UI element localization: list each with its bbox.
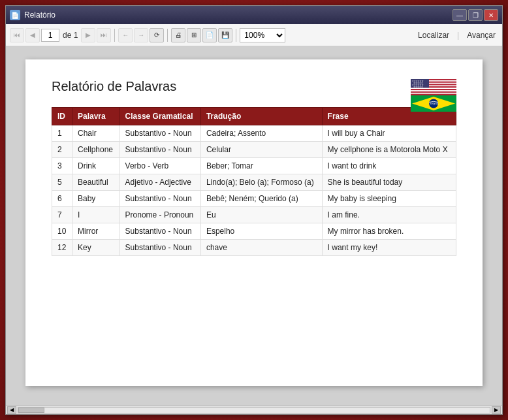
page-total-label: de 1 [63, 31, 78, 40]
cell-frase: I will buy a Chair [322, 125, 456, 142]
cell-classe: Substantivo - Noun [119, 223, 200, 240]
prev-page-button[interactable]: ◀ [25, 28, 40, 42]
toolbar-divider: | [457, 31, 459, 40]
print-button[interactable]: 🖨 [171, 28, 185, 42]
col-palavra: Palavra [72, 108, 120, 125]
cell-traducao: Cadeira; Assento [200, 125, 322, 142]
refresh-button[interactable]: ⟳ [150, 28, 164, 42]
separator-1 [114, 29, 115, 42]
report-table: ID Palavra Classe Gramatical Tradução Fr… [52, 107, 456, 256]
cell-id: 3 [52, 158, 72, 174]
cell-frase: My baby is sleeping [322, 191, 456, 207]
svg-rect-11 [411, 93, 456, 94]
cell-traducao: Celular [200, 142, 322, 158]
last-page-button[interactable]: ⏭ [97, 28, 111, 42]
table-row: 7IPronome - PronounEuI am fine. [52, 207, 456, 223]
minimize-button[interactable]: — [452, 9, 467, 21]
cell-traducao: chave [200, 240, 322, 256]
content-area: Relatório de Palavras [6, 46, 502, 405]
table-row: 10MirrorSubstantivo - NounEspelhoMy mirr… [52, 223, 456, 240]
cell-palavra: Mirror [72, 223, 120, 240]
page-number-input[interactable]: 1 [41, 29, 59, 42]
avancar-link[interactable]: Avançar [464, 31, 498, 40]
cell-classe: Pronome - Pronoun [119, 207, 200, 223]
cell-palavra: Chair [72, 125, 120, 142]
svg-rect-9 [411, 90, 456, 91]
page-view-button[interactable]: 📄 [202, 28, 217, 42]
cell-id: 6 [52, 191, 72, 207]
us-flag-icon: ★★★★★★ ★★★★★ ★★★★★★ ★★★★★ [411, 79, 456, 95]
layout-button[interactable]: ⊞ [187, 28, 201, 42]
scroll-left-button[interactable]: ◀ [7, 406, 16, 414]
cell-frase: I am fine. [322, 207, 456, 223]
br-flag-icon: BRASIL [411, 95, 456, 112]
cell-palavra: Key [72, 240, 120, 256]
title-bar: 📄 Relatório — ❐ ✕ [6, 6, 502, 24]
first-page-button[interactable]: ⏮ [10, 28, 24, 42]
horizontal-scrollbar: ◀ ▶ [6, 405, 502, 414]
cell-traducao: Beber; Tomar [200, 158, 322, 174]
table-row: 6BabySubstantivo - NounBebê; Neném; Quer… [52, 191, 456, 207]
flag-container: ★★★★★★ ★★★★★ ★★★★★★ ★★★★★ BRASIL [411, 79, 456, 112]
separator-3 [236, 29, 236, 42]
back-button[interactable]: ← [118, 28, 133, 42]
localizar-link[interactable]: Localizar [415, 31, 452, 40]
cell-traducao: Lindo(a); Belo (a); Formoso (a) [200, 174, 322, 191]
cell-frase: She is beautiful today [322, 174, 456, 191]
cell-palavra: Drink [72, 158, 120, 174]
table-header-row: ID Palavra Classe Gramatical Tradução Fr… [52, 108, 456, 125]
cell-id: 2 [52, 142, 72, 158]
cell-id: 12 [52, 240, 72, 256]
cell-palavra: Cellphone [72, 142, 120, 158]
restore-button[interactable]: ❐ [468, 9, 483, 21]
export-button[interactable]: 💾 [218, 28, 232, 42]
cell-id: 10 [52, 223, 72, 240]
svg-rect-10 [411, 91, 456, 93]
scroll-thumb[interactable] [18, 408, 44, 413]
cell-frase: My mirror has broken. [322, 223, 456, 240]
title-bar-buttons: — ❐ ✕ [452, 9, 498, 21]
cell-traducao: Espelho [200, 223, 322, 240]
scroll-right-button[interactable]: ▶ [492, 406, 501, 414]
cell-traducao: Eu [200, 207, 322, 223]
table-row: 3DrinkVerbo - VerbBeber; TomarI want to … [52, 158, 456, 174]
report-title: Relatório de Palavras [52, 79, 456, 94]
cell-classe: Substantivo - Noun [119, 191, 200, 207]
cell-classe: Adjetivo - Adjective [119, 174, 200, 191]
cell-palavra: Baby [72, 191, 120, 207]
forward-button[interactable]: → [134, 28, 148, 42]
window-icon: 📄 [10, 10, 20, 20]
cell-id: 7 [52, 207, 72, 223]
cell-palavra: Beautiful [72, 174, 120, 191]
svg-rect-8 [411, 89, 456, 90]
cell-classe: Verbo - Verb [119, 158, 200, 174]
svg-text:BRASIL: BRASIL [430, 102, 439, 105]
title-bar-left: 📄 Relatório [10, 10, 56, 20]
close-button[interactable]: ✕ [484, 9, 498, 21]
col-classe: Classe Gramatical [119, 108, 200, 125]
next-page-button[interactable]: ▶ [81, 28, 95, 42]
scroll-track[interactable] [18, 407, 490, 413]
cell-frase: I want my key! [322, 240, 456, 256]
cell-classe: Substantivo - Noun [119, 125, 200, 142]
table-row: 1ChairSubstantivo - NounCadeira; Assento… [52, 125, 456, 142]
zoom-select[interactable]: 100% 75% 125% 150% [240, 28, 285, 42]
cell-classe: Substantivo - Noun [119, 240, 200, 256]
cell-frase: My cellphone is a Motorola Moto X [322, 142, 456, 158]
table-row: 2CellphoneSubstantivo - NounCelularMy ce… [52, 142, 456, 158]
window-title: Relatório [24, 10, 56, 20]
separator-2 [167, 29, 168, 42]
cell-palavra: I [72, 207, 120, 223]
svg-text:★★★★★: ★★★★★ [413, 86, 423, 88]
toolbar: ⏮ ◀ 1 de 1 ▶ ⏭ ← → ⟳ 🖨 ⊞ 📄 💾 100% 75% 12… [6, 24, 502, 46]
cell-id: 5 [52, 174, 72, 191]
col-traducao: Tradução [200, 108, 322, 125]
report-page: Relatório de Palavras [25, 59, 483, 386]
table-row: 12KeySubstantivo - NounchaveI want my ke… [52, 240, 456, 256]
cell-classe: Substantivo - Noun [119, 142, 200, 158]
table-row: 5BeautifulAdjetivo - AdjectiveLindo(a); … [52, 174, 456, 191]
cell-id: 1 [52, 125, 72, 142]
cell-traducao: Bebê; Neném; Querido (a) [200, 191, 322, 207]
main-window: 📄 Relatório — ❐ ✕ ⏮ ◀ 1 de 1 ▶ ⏭ ← → ⟳ 🖨… [5, 5, 503, 415]
toolbar-right: Localizar | Avançar [415, 31, 498, 40]
